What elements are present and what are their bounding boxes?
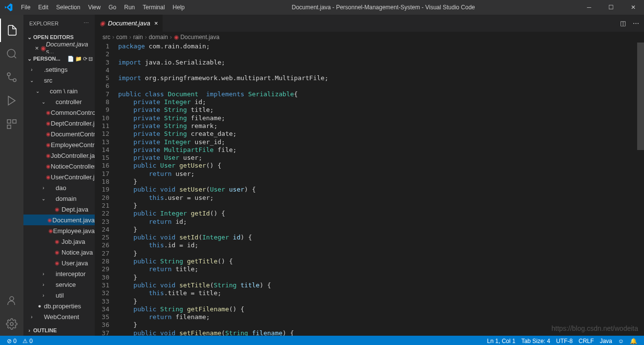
tree-item-service[interactable]: ›service	[23, 279, 95, 290]
tree-item-dept-java[interactable]: ◉Dept.java	[23, 204, 95, 215]
close-button[interactable]: ✕	[622, 4, 644, 11]
tree-item-label: Notice.java	[62, 249, 93, 256]
svg-point-9	[10, 323, 13, 325]
tree-item-deptcontroller-java[interactable]: ◉DeptController.java	[23, 118, 95, 129]
tree-item-controller[interactable]: ⌄controller	[23, 96, 95, 107]
breadcrumb-domain[interactable]: domain	[147, 34, 170, 41]
account-icon[interactable]	[0, 289, 23, 312]
scrollbar[interactable]	[637, 43, 644, 336]
debug-icon[interactable]	[0, 89, 23, 112]
status-tab-size[interactable]: Tab Size: 4	[519, 338, 553, 345]
tree-item-label: interceptor	[56, 270, 85, 278]
menu-file[interactable]: File	[17, 4, 34, 11]
chevron-icon: ›	[40, 293, 47, 298]
status-warnings[interactable]: ⚠ 0	[20, 338, 36, 345]
menu-go[interactable]: Go	[104, 4, 120, 11]
tree-item-util[interactable]: ›util	[23, 290, 95, 301]
minimap[interactable]	[593, 43, 637, 336]
tree-item-db-properties[interactable]: ●db.properties	[23, 301, 95, 311]
breadcrumb-rain[interactable]: rain	[131, 34, 145, 41]
tree-item-dao[interactable]: ›dao	[23, 182, 95, 193]
tree-item-label: domain	[56, 195, 77, 202]
svg-rect-7	[7, 125, 11, 129]
tree-item-employee-java[interactable]: ◉Employee.java	[23, 225, 95, 236]
tree-item--settings[interactable]: ›.settings	[23, 64, 95, 75]
svg-point-2	[7, 73, 10, 76]
tree-item-webcontent[interactable]: ›WebContent	[23, 311, 95, 322]
tree-item-label: DocumentContro...	[51, 130, 95, 138]
status-language[interactable]: Java	[597, 338, 615, 345]
open-editor-item[interactable]: × ◉ Document.java s...	[23, 43, 95, 53]
tree-item-label: NoticeController.j...	[51, 163, 95, 170]
breadcrumb-document.java[interactable]: ◉ Document.java	[172, 34, 221, 41]
menu-view[interactable]: View	[84, 4, 104, 11]
more-actions-icon[interactable]: ⋯	[633, 20, 639, 27]
file-icon: ◉	[46, 120, 51, 127]
tree-item-user-java[interactable]: ◉User.java	[23, 258, 95, 268]
close-tab-icon[interactable]: ×	[154, 20, 158, 27]
collapse-icon[interactable]: ⊟	[88, 56, 93, 62]
tree-item-src[interactable]: ⌄src	[23, 75, 95, 86]
status-ln-col[interactable]: Ln 1, Col 1	[484, 338, 519, 345]
explorer-icon[interactable]	[0, 19, 23, 42]
breadcrumb-src[interactable]: src	[101, 34, 112, 41]
tree-item-label: Document.java	[52, 216, 95, 224]
close-icon[interactable]: ×	[33, 44, 41, 52]
status-feedback-icon[interactable]: ☺	[615, 338, 627, 345]
split-editor-icon[interactable]: ◫	[620, 20, 626, 27]
search-icon[interactable]	[0, 42, 23, 65]
maximize-button[interactable]: ☐	[600, 4, 622, 11]
menu-help[interactable]: Help	[169, 4, 189, 11]
tree-item-jobcontroller-java[interactable]: ◉JobController.java	[23, 150, 95, 161]
tree-item-label: Employee.java	[53, 227, 95, 235]
status-bell-icon[interactable]: 🔔	[627, 338, 640, 345]
tree-item-documentcontro---[interactable]: ◉DocumentContro...	[23, 129, 95, 139]
refresh-icon[interactable]: ⟳	[83, 56, 87, 62]
statusbar: ⊘ 0 ⚠ 0 Ln 1, Col 1 Tab Size: 4 UTF-8 CR…	[0, 336, 644, 345]
explorer-label: EXPLORER	[29, 21, 59, 26]
tree-item-usercontroller-java[interactable]: ◉UserController.java	[23, 172, 95, 182]
source-control-icon[interactable]	[0, 65, 23, 89]
tree-item-domain[interactable]: ⌄domain	[23, 193, 95, 204]
tab-document-java[interactable]: ◉ Document.java ×	[95, 15, 163, 32]
file-icon: ◉	[48, 228, 53, 234]
menu-run[interactable]: Run	[120, 4, 139, 11]
status-errors[interactable]: ⊘ 0	[4, 338, 20, 345]
project-header[interactable]: ⌄ PERSON... 📄 📁 ⟳ ⊟	[23, 53, 95, 64]
tree-item-com---rain[interactable]: ⌄com \ rain	[23, 86, 95, 96]
new-file-icon[interactable]: 📄	[67, 56, 74, 62]
chevron-right-icon: ›	[25, 327, 33, 333]
tree-item-commoncontroll---[interactable]: ◉CommonControll...	[23, 107, 95, 118]
tree-item-label: util	[56, 292, 64, 299]
menu-selection[interactable]: Selection	[52, 4, 84, 11]
line-numbers: 1234567891011121314151617181920212223242…	[95, 43, 118, 336]
breadcrumb-com[interactable]: com	[114, 34, 129, 41]
code-editor[interactable]: 1234567891011121314151617181920212223242…	[95, 43, 644, 336]
status-encoding[interactable]: UTF-8	[553, 338, 576, 345]
tree-item-label: .settings	[44, 66, 67, 73]
code-content[interactable]: package com.rain.domain; import java.io.…	[118, 43, 644, 336]
menu-terminal[interactable]: Terminal	[139, 4, 168, 11]
minimize-button[interactable]: ─	[578, 4, 600, 11]
tree-item-employeecontroll---[interactable]: ◉EmployeeControll...	[23, 139, 95, 150]
menu-edit[interactable]: Edit	[34, 4, 52, 11]
tree-item-label: WebContent	[44, 313, 79, 321]
file-icon: ◉	[53, 206, 62, 213]
settings-gear-icon[interactable]	[0, 312, 23, 336]
scroll-thumb[interactable]	[637, 43, 644, 150]
new-folder-icon[interactable]: 📁	[75, 56, 82, 62]
tree-item-document-java[interactable]: ◉Document.java	[23, 215, 95, 225]
file-icon: ◉	[53, 260, 62, 266]
tree-item-label: src	[44, 77, 52, 84]
sidebar-more-icon[interactable]: ⋯	[83, 20, 89, 26]
tree-item-job-java[interactable]: ◉Job.java	[23, 236, 95, 247]
status-eol[interactable]: CRLF	[576, 338, 597, 345]
outline-header[interactable]: › OUTLINE	[23, 325, 95, 336]
tree-item-label: DeptController.java	[51, 120, 95, 127]
tree-item-interceptor[interactable]: ›interceptor	[23, 268, 95, 279]
menu-bar: FileEditSelectionViewGoRunTerminalHelp	[17, 4, 188, 11]
extensions-icon[interactable]	[0, 112, 23, 136]
tree-item-noticecontroller-j---[interactable]: ◉NoticeController.j...	[23, 161, 95, 172]
tree-item-notice-java[interactable]: ◉Notice.java	[23, 247, 95, 258]
chevron-icon: ⌄	[40, 196, 47, 201]
